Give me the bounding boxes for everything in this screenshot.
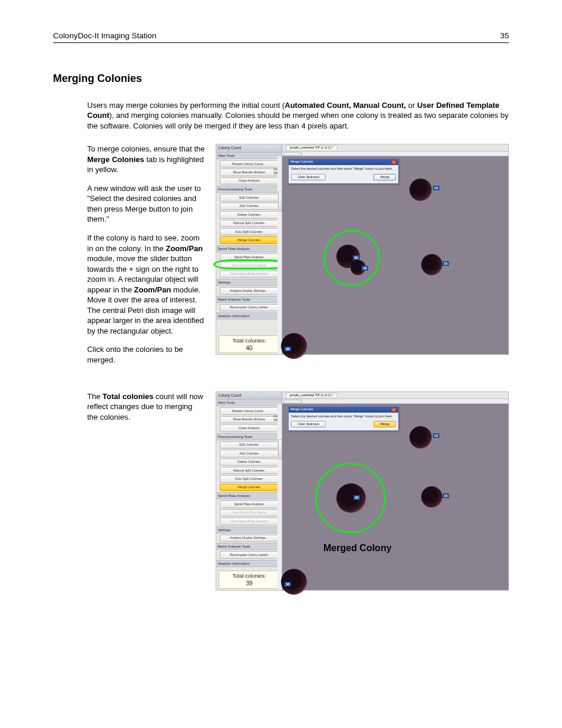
colony-label-38: 38 bbox=[285, 582, 291, 587]
display-settings-button[interactable]: Analyze Display Settings... bbox=[220, 287, 278, 294]
section-settings: Settings bbox=[216, 279, 282, 286]
auto-split-button[interactable]: Auto Split Colonies bbox=[220, 228, 278, 235]
vertical-scrollbar[interactable] bbox=[277, 404, 282, 590]
delete-colonies-button[interactable]: Delete Colonies bbox=[220, 211, 278, 218]
colony[interactable] bbox=[409, 179, 432, 201]
total-colonies-value: 39 bbox=[219, 579, 279, 588]
dialog-title: Merge Colonies bbox=[290, 160, 313, 164]
merge-colonies-button[interactable]: Merge Colonies bbox=[220, 236, 278, 243]
screenshot-before-merge: Colony Count Main Tools Restart Colony C… bbox=[216, 144, 509, 355]
image-viewer[interactable]: purple_overhead.TIF (1 of 1) * Merge Col… bbox=[282, 144, 508, 354]
colony[interactable] bbox=[281, 333, 307, 359]
colony-label-15: 15 bbox=[442, 493, 449, 498]
colony-label-13: 13 bbox=[433, 186, 439, 190]
clear-spiral-button[interactable]: Clear Spiral Plate Analysis bbox=[220, 271, 278, 278]
tool-sidebar: Colony Count Main Tools Restart Colony C… bbox=[216, 144, 282, 354]
section-post-processing: Post-processing Tools bbox=[216, 433, 282, 440]
section-spiral-plate: Spiral Plate Analysis bbox=[216, 245, 282, 252]
clear-selection-button[interactable]: Clear Selection bbox=[291, 421, 326, 427]
header-title: ColonyDoc-It Imaging Station bbox=[53, 31, 157, 41]
colony-label-39: 39 bbox=[353, 255, 359, 260]
instruction-column-1: To merge colonies, ensure that the Merge… bbox=[87, 144, 205, 373]
show-results-button[interactable]: Show Results Window bbox=[220, 169, 278, 176]
merge-colonies-dialog: Merge Colonies × Select the desired colo… bbox=[288, 406, 399, 431]
screenshot-after-merge: Colony Count Main Tools Restart Colony C… bbox=[216, 391, 509, 591]
auto-spiral-button[interactable]: Auto Count From Spiral bbox=[220, 262, 278, 269]
restart-button[interactable]: Restart Colony Count... bbox=[220, 407, 278, 414]
section-spiral-plate: Spiral Plate Analysis bbox=[216, 492, 282, 499]
vertical-scrollbar[interactable] bbox=[277, 156, 282, 354]
colony[interactable] bbox=[421, 254, 442, 275]
edit-colonies-button[interactable]: Edit Colonies bbox=[220, 194, 278, 201]
dialog-message: Select the desired colonies and then pre… bbox=[291, 167, 396, 171]
add-colonies-button[interactable]: Add Colonies bbox=[220, 203, 278, 210]
auto-split-button[interactable]: Auto Split Colonies bbox=[220, 475, 278, 482]
colony[interactable] bbox=[421, 486, 442, 508]
close-icon[interactable]: × bbox=[391, 407, 396, 412]
dialog-titlebar[interactable]: Merge Colonies × bbox=[289, 407, 398, 413]
merge-button[interactable]: Merge bbox=[373, 421, 396, 427]
section-main-tools: Main Tools bbox=[216, 399, 282, 406]
colony-label-38: 38 bbox=[285, 347, 291, 351]
colony[interactable] bbox=[409, 426, 432, 449]
section-main-tools: Main Tools bbox=[216, 152, 282, 159]
total-colonies-label: Total colonies: bbox=[219, 337, 279, 344]
instruction-column-2: The Total colonies count will now reflec… bbox=[87, 391, 205, 591]
merge-colonies-dialog: Merge Colonies × Select the desired colo… bbox=[288, 159, 399, 184]
colony-merged[interactable] bbox=[336, 483, 366, 513]
recompute-labels-button[interactable]: Recompute Colony Labels bbox=[220, 304, 278, 311]
spiral-analysis-button[interactable]: Spiral Plate Analysis bbox=[220, 500, 278, 508]
total-colonies-box: Total colonies: 39 bbox=[219, 571, 280, 589]
sidebar-title: Colony Count bbox=[216, 392, 282, 400]
total-colonies-value: 40 bbox=[219, 344, 279, 353]
image-tab[interactable]: purple_overhead.TIF (1 of 1) * bbox=[286, 145, 338, 150]
section-analysis-info: Analysis Information bbox=[216, 312, 282, 319]
section-settings: Settings bbox=[216, 526, 282, 533]
colony-label-13: 13 bbox=[433, 433, 439, 438]
dialog-message: Select the desired colonies and then pre… bbox=[291, 414, 396, 419]
image-tabbar: purple_overhead.TIF (1 of 1) * bbox=[282, 144, 508, 151]
colony-label-15: 15 bbox=[442, 261, 449, 266]
section-batch: Batch Analysis Tools bbox=[216, 543, 282, 550]
tool-sidebar: Colony Count Main Tools Restart Colony C… bbox=[216, 392, 282, 590]
horizontal-scrollbar[interactable] bbox=[282, 151, 508, 156]
clear-spiral-button[interactable]: Clear Spiral Plate Analysis bbox=[220, 518, 278, 525]
merge-colonies-button[interactable]: Merge Colonies bbox=[220, 484, 278, 491]
clear-selection-button[interactable]: Clear Selection bbox=[291, 174, 326, 180]
restart-button[interactable]: Restart Colony Count... bbox=[220, 160, 278, 167]
dialog-title: Merge Colonies bbox=[290, 407, 313, 411]
intro-paragraph: Users may merge colonies by performing t… bbox=[87, 100, 509, 131]
close-analysis-button[interactable]: Close Analysis bbox=[220, 177, 278, 185]
header-page-number: 35 bbox=[500, 31, 509, 41]
recompute-labels-button[interactable]: Recompute Colony Labels bbox=[220, 551, 278, 558]
merged-colony-caption: Merged Colony bbox=[323, 542, 392, 555]
section-post-processing: Post-processing Tools bbox=[216, 186, 282, 193]
add-colonies-button[interactable]: Add Colonies bbox=[220, 450, 278, 457]
merge-button[interactable]: Merge bbox=[373, 174, 396, 180]
close-analysis-button[interactable]: Close Analysis bbox=[220, 424, 278, 431]
show-results-button[interactable]: Show Results Window bbox=[220, 416, 278, 423]
horizontal-scrollbar[interactable] bbox=[282, 399, 508, 404]
image-viewer[interactable]: purple_overhead.TIF (1 of 1) * Merge Col… bbox=[282, 392, 508, 590]
section-analysis-info: Analysis Information bbox=[216, 560, 282, 567]
total-colonies-box: Total colonies: 40 bbox=[219, 335, 280, 354]
close-icon[interactable]: × bbox=[391, 160, 396, 164]
sidebar-title: Colony Count bbox=[216, 144, 282, 152]
page-header: ColonyDoc-It Imaging Station 35 bbox=[53, 31, 509, 43]
delete-colonies-button[interactable]: Delete Colonies bbox=[220, 459, 278, 466]
total-colonies-label: Total colonies: bbox=[219, 572, 279, 579]
auto-spiral-button[interactable]: Auto Count From Spiral bbox=[220, 509, 278, 516]
edit-colonies-button[interactable]: Edit Colonies bbox=[220, 442, 278, 449]
section-title: Merging Colonies bbox=[53, 71, 509, 85]
colony-label-39: 39 bbox=[353, 495, 360, 500]
spiral-analysis-button[interactable]: Spiral Plate Analysis bbox=[220, 253, 278, 261]
image-tab[interactable]: purple_overhead.TIF (1 of 1) * bbox=[286, 393, 338, 397]
image-tabbar: purple_overhead.TIF (1 of 1) * bbox=[282, 392, 508, 399]
manual-split-button[interactable]: Manual Split Colonies bbox=[220, 467, 278, 474]
display-settings-button[interactable]: Analyze Display Settings... bbox=[220, 535, 278, 542]
manual-split-button[interactable]: Manual Split Colonies bbox=[220, 220, 278, 227]
colony-label-40: 40 bbox=[362, 266, 368, 271]
section-batch: Batch Analysis Tools bbox=[216, 296, 282, 303]
dialog-titlebar[interactable]: Merge Colonies × bbox=[289, 159, 398, 165]
